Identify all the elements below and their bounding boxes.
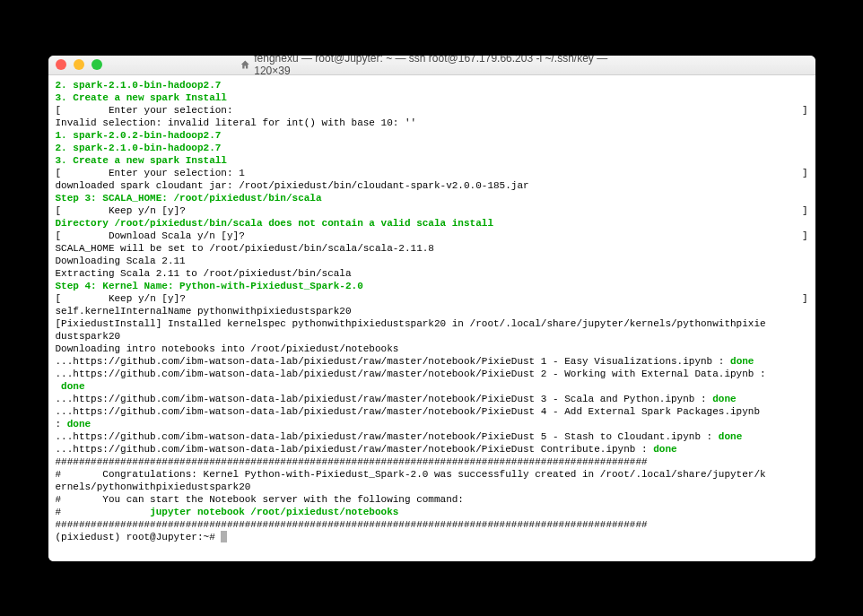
- output-line: # Congratulations: Kernel Python-with-Pi…: [56, 468, 808, 481]
- output-line: ########################################…: [56, 518, 808, 531]
- titlebar: fenghexu — root@Jupyter: ~ — ssh root@16…: [48, 56, 815, 75]
- output-line: [PixiedustInstall] Installed kernelspec …: [56, 317, 808, 330]
- close-button[interactable]: [56, 59, 66, 70]
- output-line: [ Enter your selection: 1]: [56, 167, 808, 179]
- output-line: Step 3: SCALA_HOME: /root/pixiedust/bin/…: [56, 192, 808, 204]
- output-line: 1. spark-2.0.2-bin-hadoop2.7: [56, 129, 808, 142]
- output-line: 2. spark-2.1.0-bin-hadoop2.7: [56, 79, 808, 91]
- output-line: self.kernelInternalName pythonwithpixied…: [56, 305, 808, 317]
- output-line: ########################################…: [56, 455, 808, 468]
- output-line: ...https://github.com/ibm-watson-data-la…: [56, 405, 808, 418]
- prompt-line: (pixiedust) root@Jupyter:~#: [56, 531, 808, 543]
- output-line: ...https://github.com/ibm-watson-data-la…: [56, 368, 808, 380]
- output-line: ...https://github.com/ibm-watson-data-la…: [56, 355, 808, 368]
- output-line: done: [56, 380, 808, 393]
- output-line: Downloading intro notebooks into /root/p…: [56, 343, 808, 355]
- window-title-text: fenghexu — root@Jupyter: ~ — ssh root@16…: [254, 56, 623, 78]
- cursor-icon: [221, 531, 227, 542]
- traffic-lights: [56, 59, 102, 70]
- output-line: [ Keep y/n [y]?]: [56, 292, 808, 305]
- output-line: 2. spark-2.1.0-bin-hadoop2.7: [56, 142, 808, 154]
- output-line: # jupyter notebook /root/pixiedust/noteb…: [56, 506, 808, 518]
- prompt: (pixiedust) root@Jupyter:~#: [56, 532, 222, 542]
- output-line: SCALA_HOME will be set to /root/pixiedus…: [56, 242, 808, 255]
- output-line: [ Keep y/n [y]?]: [56, 204, 808, 217]
- minimize-button[interactable]: [74, 59, 84, 70]
- output-line: Directory /root/pixiedust/bin/scala does…: [56, 217, 808, 230]
- output-line: : done: [56, 418, 808, 430]
- output-line: 3. Create a new spark Install: [56, 91, 808, 104]
- output-line: ...https://github.com/ibm-watson-data-la…: [56, 393, 808, 405]
- zoom-button[interactable]: [92, 59, 102, 70]
- output-line: downloaded spark cloudant jar: /root/pix…: [56, 179, 808, 192]
- output-line: Invalid selection: invalid literal for i…: [56, 117, 808, 129]
- output-line: 3. Create a new spark Install: [56, 154, 808, 167]
- home-icon: [240, 59, 250, 70]
- output-line: Downloading Scala 2.11: [56, 255, 808, 267]
- terminal-window: fenghexu — root@Jupyter: ~ — ssh root@16…: [48, 56, 815, 561]
- output-line: ...https://github.com/ibm-watson-data-la…: [56, 443, 808, 455]
- output-line: Extracting Scala 2.11 to /root/pixiedust…: [56, 267, 808, 280]
- window-title: fenghexu — root@Jupyter: ~ — ssh root@16…: [240, 56, 623, 78]
- output-line: ernels/pythonwithpixiedustspark20: [56, 481, 808, 493]
- output-line: dustspark20: [56, 330, 808, 343]
- output-line: # You can start the Notebook server with…: [56, 493, 808, 506]
- output-line: [ Download Scala y/n [y]?]: [56, 230, 808, 242]
- output-line: ...https://github.com/ibm-watson-data-la…: [56, 430, 808, 443]
- terminal-body[interactable]: 2. spark-2.1.0-bin-hadoop2.73. Create a …: [48, 75, 815, 561]
- output-line: [ Enter your selection:]: [56, 104, 808, 117]
- output-line: Step 4: Kernel Name: Python-with-Pixiedu…: [56, 280, 808, 292]
